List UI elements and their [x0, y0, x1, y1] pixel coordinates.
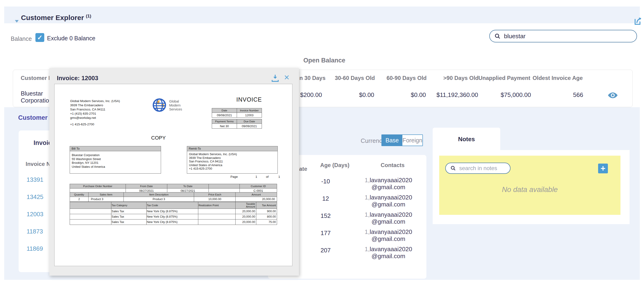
items-cell: 10,000.00 [194, 197, 236, 202]
invoice-link[interactable]: 11869 [26, 245, 43, 252]
close-icon[interactable]: ✕ [284, 74, 290, 81]
contact-cell: 1,lavanyaaai2020 @gmail.com [354, 211, 423, 225]
remit-to-line: San Francisco, CA 94111 [189, 160, 276, 163]
cell-30-60-days: $0.00 [328, 91, 374, 98]
tax-cell: Sales Tax [111, 220, 146, 225]
invoice-link[interactable]: 13391 [26, 176, 43, 183]
cell-unapplied-payment: $75,000.00 [484, 91, 531, 98]
page-title: Customer Explorer (1) [21, 14, 91, 22]
open-balance-title: Open Balance [303, 57, 345, 64]
tax-header: Tax Amount [256, 202, 277, 209]
currency-base-button[interactable]: Base [382, 135, 402, 146]
contact-email-user: lavanyaaai2020 [370, 211, 412, 218]
page-total: 1 [278, 175, 280, 178]
bill-to-line: 55 Washington Street [72, 157, 159, 161]
invoice-link[interactable]: 13425 [26, 194, 43, 200]
tax-cell [70, 214, 111, 220]
seller-phone1: +1 (415) 635-2701 [70, 112, 120, 116]
search-icon [450, 166, 456, 171]
age-value: 152 [305, 212, 346, 220]
cell-90-plus-days: $11,192,360.00 [420, 91, 478, 98]
contact-email-domain: @gmail.com [354, 235, 423, 242]
export-icon[interactable] [633, 16, 643, 27]
tax-cell: 20,000.00 [236, 214, 256, 220]
invoice-document-page: Global Modern Services, Inc. (USA) 3939 … [54, 84, 292, 266]
notes-tab[interactable]: Notes [433, 128, 500, 150]
logo-wordmark: Global Modern Services [169, 100, 182, 111]
invoice-number-label: Invoice Number [237, 108, 262, 113]
remit-to-line: Global Modern Services, Inc. (USA) [189, 152, 276, 156]
collapse-caret-icon[interactable] [15, 20, 19, 22]
exclude-zero-balance-checkbox[interactable]: ✓ [36, 33, 44, 42]
page-number: 1 [255, 175, 257, 178]
tax-cell: 20,000.00 [236, 209, 256, 214]
contact-cell: 1,lavanyaaai2020 @gmail.com [354, 228, 423, 242]
page-title-text: Customer Explorer [21, 14, 84, 22]
download-icon[interactable] [271, 74, 280, 84]
plus-icon: + [600, 164, 605, 173]
tax-header: Realization Point [198, 202, 236, 209]
search-icon [494, 33, 501, 40]
po-header [208, 184, 240, 188]
page-label: Page [230, 175, 238, 178]
customer-name-line1: Bluestar [21, 90, 52, 97]
date-label: Date [212, 108, 237, 113]
tax-cell [70, 209, 111, 214]
balance-label: Balance [11, 36, 32, 42]
contact-count: 1, [365, 228, 370, 235]
remit-to-line: 3939 The Embarcadero [189, 156, 276, 160]
notes-tab-label: Notes [433, 136, 500, 143]
invoice-modal-title: Invoice: 12003 [57, 74, 98, 82]
contact-email-user: lavanyaaai2020 [370, 176, 412, 184]
items-header: Sales Item [88, 192, 124, 197]
logo-word-1: Global [169, 100, 182, 104]
payment-terms-table: Payment Terms Due Date Net 30 09/09/2021 [212, 119, 262, 128]
payment-terms-value: Net 30 [212, 124, 237, 128]
tax-cell [198, 214, 236, 220]
tax-cell: 800.00 [256, 214, 277, 220]
notes-empty-text: No data available [439, 186, 620, 194]
page-indicator: Page 1 of 1 [230, 175, 280, 178]
bill-to-address: Bluestar Corporation 55 Washington Stree… [70, 151, 161, 171]
add-note-button[interactable]: + [598, 164, 608, 173]
date-value: 09/08/2021 [212, 113, 237, 118]
tax-cell: Sales Tax [111, 214, 146, 220]
customer-name-line2: Corporation [21, 97, 52, 104]
invoice-link[interactable]: 11873 [26, 228, 43, 235]
invoice-preview-modal: Invoice: 12003 ✕ Global Modern Services,… [50, 68, 299, 276]
due-date-column-header-fragment: ate [299, 166, 307, 172]
notes-search[interactable] [445, 163, 510, 174]
remit-to-box: Remit-To Global Modern Services, Inc. (U… [187, 146, 278, 174]
remit-to-label: Remit-To [187, 146, 278, 151]
notes-empty-area: + No data available [439, 156, 620, 215]
checkmark-icon: ✓ [37, 34, 42, 42]
tax-cell: 900.00 [256, 209, 277, 214]
seller-city: San Francisco, CA 94111 [70, 108, 120, 112]
remit-to-line: United States of America [189, 163, 276, 167]
po-header: Customer ID [240, 184, 277, 188]
customer-name-cell[interactable]: Bluestar Corporation [21, 90, 52, 104]
age-days-column-header: Age (Days) [312, 162, 358, 168]
copy-watermark: COPY [135, 135, 182, 141]
invoice-link[interactable]: 12003 [26, 211, 43, 218]
currency-foreign-button[interactable]: Foreign [402, 135, 422, 146]
due-date-value: 09/09/2021 [237, 124, 262, 128]
items-header: Price Each [194, 192, 236, 197]
age-value: 177 [305, 230, 346, 237]
notes-search-input[interactable] [459, 165, 505, 172]
contact-count: 1, [365, 246, 370, 252]
tax-cell [198, 209, 236, 214]
search-input[interactable] [504, 32, 632, 40]
seller-street: 3939 The Embarcadero [70, 103, 120, 108]
bill-to-line: United States of America [72, 165, 159, 169]
items-cell: 20,000.00 [236, 197, 277, 202]
tax-header: Tax Code [146, 202, 198, 209]
invoice-number-value: 12003 [237, 113, 262, 118]
items-cell: 2 [70, 197, 88, 202]
col-header-60-90-days: 60-90 Days Old [380, 75, 426, 81]
customer-search[interactable] [489, 30, 637, 42]
po-header: Purchase Order Number [70, 184, 126, 188]
due-date-label: Due Date [237, 119, 262, 124]
view-customer-eye-icon[interactable] [608, 92, 618, 100]
tax-cell [198, 220, 236, 225]
